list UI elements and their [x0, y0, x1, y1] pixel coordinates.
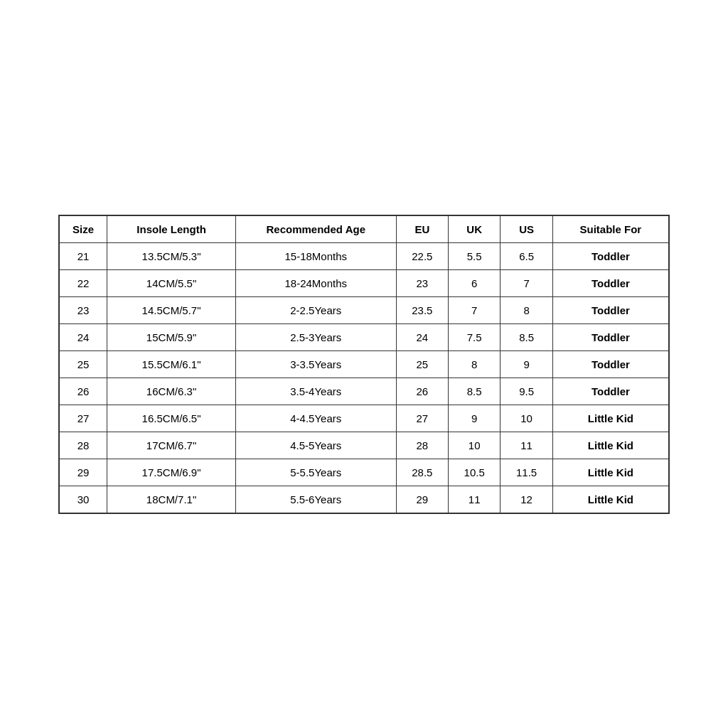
cell-uk: 8 — [449, 350, 500, 378]
cell-eu: 28.5 — [396, 459, 448, 486]
cell-age: 3.5-4Years — [235, 378, 396, 405]
cell-us: 6.5 — [500, 242, 552, 269]
cell-suitable: Toddler — [552, 378, 669, 405]
cell-suitable: Little Kid — [552, 459, 669, 486]
cell-insole: 16.5CM/6.5" — [107, 405, 236, 432]
cell-us: 9 — [500, 350, 552, 378]
cell-uk: 9 — [449, 405, 500, 432]
cell-age: 2.5-3Years — [235, 323, 396, 350]
cell-eu: 23.5 — [396, 296, 448, 323]
cell-us: 11 — [500, 432, 552, 459]
cell-size: 21 — [59, 242, 107, 269]
cell-insole: 13.5CM/5.3" — [107, 242, 236, 269]
cell-us: 11.5 — [500, 459, 552, 486]
header-suitable: Suitable For — [552, 215, 669, 243]
cell-size: 27 — [59, 405, 107, 432]
cell-eu: 22.5 — [396, 242, 448, 269]
cell-age: 2-2.5Years — [235, 296, 396, 323]
cell-age: 15-18Months — [235, 242, 396, 269]
header-us: US — [500, 215, 552, 243]
cell-age: 3-3.5Years — [235, 350, 396, 378]
cell-us: 9.5 — [500, 378, 552, 405]
table-row: 2113.5CM/5.3"15-18Months22.55.56.5Toddle… — [59, 242, 669, 269]
cell-us: 7 — [500, 269, 552, 296]
cell-size: 24 — [59, 323, 107, 350]
cell-uk: 7.5 — [449, 323, 500, 350]
cell-insole: 14CM/5.5" — [107, 269, 236, 296]
cell-us: 12 — [500, 486, 552, 513]
table-row: 2214CM/5.5"18-24Months2367Toddler — [59, 269, 669, 296]
header-uk: UK — [449, 215, 500, 243]
cell-uk: 5.5 — [449, 242, 500, 269]
header-age: Recommended Age — [235, 215, 396, 243]
header-eu: EU — [396, 215, 448, 243]
cell-size: 29 — [59, 459, 107, 486]
cell-size: 30 — [59, 486, 107, 513]
cell-eu: 26 — [396, 378, 448, 405]
table-row: 2415CM/5.9"2.5-3Years247.58.5Toddler — [59, 323, 669, 350]
cell-size: 25 — [59, 350, 107, 378]
cell-insole: 18CM/7.1" — [107, 486, 236, 513]
cell-suitable: Toddler — [552, 242, 669, 269]
cell-insole: 17CM/6.7" — [107, 432, 236, 459]
cell-us: 10 — [500, 405, 552, 432]
cell-suitable: Toddler — [552, 350, 669, 378]
cell-insole: 15.5CM/6.1" — [107, 350, 236, 378]
cell-age: 4-4.5Years — [235, 405, 396, 432]
size-chart-container: Size Insole Length Recommended Age EU UK… — [58, 215, 670, 514]
table-row: 2817CM/6.7"4.5-5Years281011Little Kid — [59, 432, 669, 459]
cell-eu: 23 — [396, 269, 448, 296]
cell-eu: 29 — [396, 486, 448, 513]
cell-insole: 15CM/5.9" — [107, 323, 236, 350]
header-size: Size — [59, 215, 107, 243]
table-row: 2515.5CM/6.1"3-3.5Years2589Toddler — [59, 350, 669, 378]
cell-size: 26 — [59, 378, 107, 405]
cell-uk: 10 — [449, 432, 500, 459]
cell-eu: 27 — [396, 405, 448, 432]
cell-suitable: Little Kid — [552, 405, 669, 432]
cell-uk: 8.5 — [449, 378, 500, 405]
table-row: 2917.5CM/6.9"5-5.5Years28.510.511.5Littl… — [59, 459, 669, 486]
cell-uk: 10.5 — [449, 459, 500, 486]
cell-suitable: Little Kid — [552, 486, 669, 513]
cell-eu: 28 — [396, 432, 448, 459]
cell-age: 5.5-6Years — [235, 486, 396, 513]
cell-insole: 17.5CM/6.9" — [107, 459, 236, 486]
cell-suitable: Toddler — [552, 323, 669, 350]
table-header-row: Size Insole Length Recommended Age EU UK… — [59, 215, 669, 243]
cell-insole: 16CM/6.3" — [107, 378, 236, 405]
table-row: 3018CM/7.1"5.5-6Years291112Little Kid — [59, 486, 669, 513]
table-row: 2616CM/6.3"3.5-4Years268.59.5Toddler — [59, 378, 669, 405]
cell-age: 4.5-5Years — [235, 432, 396, 459]
header-insole: Insole Length — [107, 215, 236, 243]
cell-age: 18-24Months — [235, 269, 396, 296]
cell-size: 23 — [59, 296, 107, 323]
cell-suitable: Toddler — [552, 296, 669, 323]
cell-uk: 6 — [449, 269, 500, 296]
table-row: 2314.5CM/5.7"2-2.5Years23.578Toddler — [59, 296, 669, 323]
cell-us: 8.5 — [500, 323, 552, 350]
cell-size: 22 — [59, 269, 107, 296]
cell-uk: 7 — [449, 296, 500, 323]
cell-eu: 24 — [396, 323, 448, 350]
cell-suitable: Little Kid — [552, 432, 669, 459]
cell-age: 5-5.5Years — [235, 459, 396, 486]
cell-us: 8 — [500, 296, 552, 323]
cell-uk: 11 — [449, 486, 500, 513]
cell-insole: 14.5CM/5.7" — [107, 296, 236, 323]
cell-suitable: Toddler — [552, 269, 669, 296]
size-chart-table: Size Insole Length Recommended Age EU UK… — [58, 215, 670, 514]
cell-eu: 25 — [396, 350, 448, 378]
cell-size: 28 — [59, 432, 107, 459]
table-row: 2716.5CM/6.5"4-4.5Years27910Little Kid — [59, 405, 669, 432]
